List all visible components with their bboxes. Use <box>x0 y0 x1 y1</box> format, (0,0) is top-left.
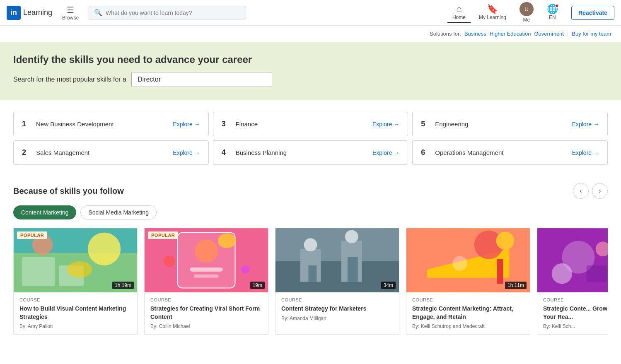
course-title: How to Build Visual Content Marketing St… <box>19 305 131 321</box>
svg-point-20 <box>345 230 358 243</box>
skill-card: 5 Engineering Explore → <box>412 112 608 136</box>
svg-point-9 <box>195 239 218 263</box>
skill-explore-link[interactable]: Explore → <box>572 149 599 156</box>
svg-point-14 <box>241 265 249 274</box>
course-author: By: Amanda Milligan <box>281 316 393 321</box>
hero-search-input[interactable] <box>131 72 272 87</box>
skill-number: 4 <box>222 148 230 157</box>
home-label: Home <box>452 14 466 20</box>
course-type: COURSE <box>150 297 262 302</box>
search-bar: 🔍 <box>89 6 246 19</box>
course-card[interactable]: POPULAR 1h 19m COURSE How to Build Visua… <box>13 228 138 335</box>
nav-icons: ⌂ Home 🔖 My Learning U Me 🌐 EN Reactivat… <box>447 0 614 25</box>
logo[interactable]: in Learning <box>7 6 52 20</box>
en-label: EN <box>549 14 556 20</box>
skill-card: 3 Finance Explore → <box>213 112 408 136</box>
course-type: COURSE <box>412 297 524 302</box>
next-arrow-button[interactable]: › <box>592 183 608 199</box>
course-author: By: Kelli Schutrop and Madecraft <box>412 323 524 329</box>
course-title: Content Strategy for Marketers <box>281 305 393 313</box>
header: in Learning ☰ Browse 🔍 ⌂ Home 🔖 My Learn… <box>0 0 621 26</box>
duration-badge: 1h 19m <box>112 282 134 289</box>
course-title: Strategic Conte... Grow Your Rea... <box>543 305 608 321</box>
skill-name: Finance <box>236 121 367 128</box>
course-thumbnail: 34m <box>275 228 399 292</box>
nav-home[interactable]: ⌂ Home <box>447 3 471 23</box>
svg-point-2 <box>88 232 121 265</box>
svg-rect-32 <box>587 265 607 282</box>
popular-badge: POPULAR <box>17 231 47 239</box>
solutions-business[interactable]: Business <box>464 31 486 37</box>
nav-me[interactable]: U Me <box>515 0 539 25</box>
nav-en[interactable]: 🌐 EN <box>542 3 563 23</box>
svg-point-31 <box>552 263 573 284</box>
popular-badge: POPULAR <box>148 231 178 239</box>
skill-tab[interactable]: Social Media Marketing <box>80 205 157 219</box>
skill-number: 3 <box>222 120 230 128</box>
course-card[interactable]: POPULAR 19m COURSE Strategies for Creati… <box>144 228 268 335</box>
skill-explore-link[interactable]: Explore → <box>372 121 399 128</box>
skill-name: Engineering <box>435 121 566 128</box>
skill-name: New Business Development <box>36 121 167 128</box>
svg-point-26 <box>496 231 515 250</box>
course-author: By: Kelli Sch... <box>543 323 608 329</box>
solutions-higher-ed[interactable]: Higher Education <box>490 31 531 37</box>
svg-rect-3 <box>22 257 55 286</box>
skill-card: 1 New Business Development Explore → <box>13 112 209 136</box>
skill-explore-link[interactable]: Explore → <box>173 121 200 128</box>
course-author: By: Amy Pallott <box>19 323 131 329</box>
skill-explore-link[interactable]: Explore → <box>372 149 399 156</box>
avatar: U <box>520 2 534 16</box>
duration-badge: 19m <box>250 282 265 289</box>
course-info: COURSE Content Strategy for Marketers By… <box>275 292 399 326</box>
skills-follow-section: Because of skills you follow ‹ › Content… <box>0 176 621 335</box>
solutions-government[interactable]: Government <box>534 31 564 37</box>
skill-explore-link[interactable]: Explore → <box>572 121 599 128</box>
svg-point-28 <box>452 256 467 271</box>
solutions-for-label: Solutions for: <box>430 31 461 37</box>
svg-rect-12 <box>194 275 219 278</box>
svg-point-19 <box>304 238 317 251</box>
skill-card: 6 Operations Management Explore → <box>412 140 608 165</box>
thumb-illustration <box>275 228 399 292</box>
course-type: COURSE <box>19 297 131 302</box>
separator: | <box>567 31 568 37</box>
course-author: By: Collin Michael <box>150 323 262 329</box>
svg-rect-22 <box>348 257 358 282</box>
prev-arrow-button[interactable]: ‹ <box>573 183 589 199</box>
course-card[interactable]: COURSE Strategic Conte... Grow Your Rea.… <box>537 228 608 335</box>
course-info: COURSE Strategic Conte... Grow Your Rea.… <box>537 292 608 334</box>
course-info: COURSE Strategies for Creating Viral Sho… <box>145 292 268 334</box>
course-card[interactable]: 34m COURSE Content Strategy for Marketer… <box>275 228 399 335</box>
skills-section: 1 New Business Development Explore → 3 F… <box>0 100 621 176</box>
svg-point-6 <box>67 261 92 278</box>
duration-badge: 34m <box>381 282 396 289</box>
course-card[interactable]: 1h 11m COURSE Strategic Content Marketin… <box>406 228 530 335</box>
bookmark-icon: 🔖 <box>487 5 498 14</box>
svg-point-13 <box>164 256 175 267</box>
course-type: COURSE <box>543 297 608 302</box>
browse-button[interactable]: ☰ Browse <box>59 3 82 22</box>
logo-text: Learning <box>23 8 52 17</box>
reactivate-button[interactable]: Reactivate <box>571 6 614 20</box>
notification-dot <box>555 4 559 8</box>
skill-tab[interactable]: Content Marketing <box>13 205 76 219</box>
search-icon: 🔍 <box>94 9 102 17</box>
linkedin-logo-icon: in <box>7 6 21 20</box>
svg-rect-27 <box>497 259 503 284</box>
hero-title: Identify the skills you need to advance … <box>13 54 608 65</box>
skills-follow-title: Because of skills you follow <box>13 186 124 196</box>
skill-name: Sales Management <box>36 149 167 156</box>
buy-for-team-link[interactable]: Buy for my team <box>572 31 611 37</box>
course-thumbnail <box>537 228 608 292</box>
skill-number: 5 <box>421 120 429 128</box>
course-title: Strategic Content Marketing: Attract, En… <box>412 305 524 321</box>
course-info: COURSE How to Build Visual Content Marke… <box>14 292 137 334</box>
skill-name: Operations Management <box>435 149 566 156</box>
svg-point-10 <box>218 233 236 248</box>
course-type: COURSE <box>281 297 393 302</box>
nav-my-learning[interactable]: 🔖 My Learning <box>474 3 511 23</box>
search-input[interactable] <box>106 10 241 16</box>
skill-explore-link[interactable]: Explore → <box>173 149 200 156</box>
svg-rect-16 <box>275 261 399 292</box>
